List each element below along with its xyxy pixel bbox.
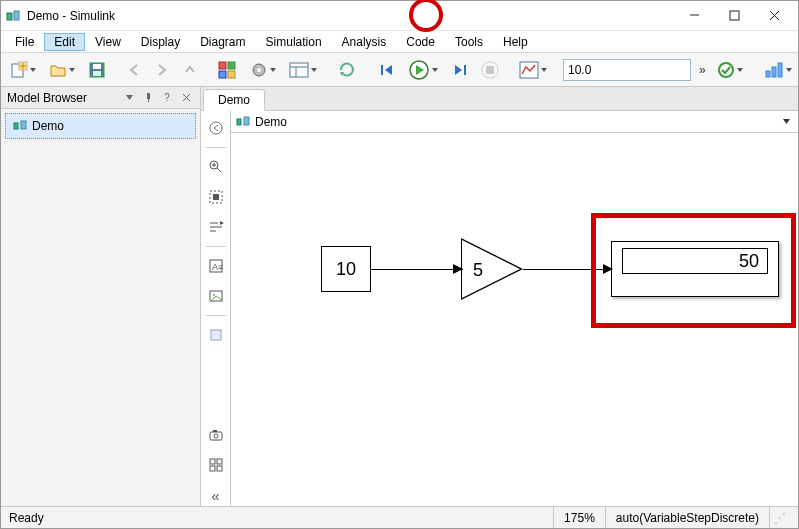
fast-restart-button[interactable] (333, 57, 363, 83)
arrowhead-icon (603, 264, 613, 274)
gain-value: 5 (473, 260, 483, 281)
open-button[interactable] (44, 57, 81, 83)
status-zoom[interactable]: 175% (553, 507, 605, 528)
svg-rect-35 (486, 66, 494, 74)
save-button[interactable] (83, 57, 111, 83)
svg-marker-31 (432, 68, 438, 72)
editor-tabs: Demo (201, 87, 798, 111)
tab-demo[interactable]: Demo (203, 89, 265, 111)
run-button[interactable] (403, 57, 444, 83)
svg-rect-73 (217, 466, 222, 471)
minimize-button[interactable] (674, 2, 714, 30)
canvas[interactable]: 10 5 50 (231, 133, 798, 506)
menu-tools[interactable]: Tools (445, 33, 493, 51)
fit-button[interactable] (205, 186, 227, 208)
svg-marker-44 (126, 95, 133, 100)
svg-marker-10 (30, 68, 36, 72)
wire-const-to-gain[interactable] (371, 269, 463, 270)
model-browser-tree[interactable]: Demo (1, 109, 200, 506)
svg-rect-41 (772, 67, 776, 77)
svg-rect-16 (228, 62, 235, 69)
svg-rect-0 (7, 13, 12, 20)
tab-label: Demo (218, 93, 250, 107)
step-back-button[interactable] (373, 57, 401, 83)
svg-rect-45 (147, 93, 150, 99)
constant-block[interactable]: 10 (321, 246, 371, 292)
close-button[interactable] (754, 2, 794, 30)
model-config-button[interactable] (245, 57, 282, 83)
panel-help-icon[interactable]: ? (159, 90, 175, 106)
svg-rect-66 (211, 330, 221, 340)
library-browser-button[interactable] (213, 57, 243, 83)
svg-rect-22 (290, 63, 308, 77)
menu-simulation[interactable]: Simulation (256, 33, 332, 51)
svg-rect-42 (778, 63, 782, 77)
svg-point-68 (214, 434, 218, 438)
menu-edit[interactable]: Edit (44, 33, 85, 51)
panel-close-icon[interactable] (178, 90, 194, 106)
menu-help[interactable]: Help (493, 33, 538, 51)
tree-item-demo[interactable]: Demo (5, 113, 196, 139)
breadcrumb-label[interactable]: Demo (255, 115, 287, 129)
svg-marker-32 (455, 65, 462, 75)
toolbar-overflow[interactable]: » (695, 63, 710, 77)
svg-rect-49 (14, 123, 18, 129)
maximize-button[interactable] (714, 2, 754, 30)
svg-line-53 (217, 168, 221, 172)
panel-pin-icon[interactable] (140, 90, 156, 106)
stop-time-input[interactable] (563, 59, 691, 81)
svg-rect-69 (213, 430, 217, 432)
new-model-button[interactable] (5, 57, 42, 83)
svg-rect-75 (244, 117, 249, 125)
show-perspectives-button[interactable] (205, 454, 227, 476)
tree-item-label: Demo (32, 119, 64, 133)
svg-rect-40 (766, 71, 770, 77)
autoarrange-button[interactable] (205, 216, 227, 238)
menu-analysis[interactable]: Analysis (332, 33, 397, 51)
title-bar: Demo - Simulink (1, 1, 798, 31)
screenshot-button[interactable] (205, 424, 227, 446)
build-button[interactable] (759, 57, 798, 83)
forward-button[interactable] (149, 57, 175, 83)
area-button[interactable] (205, 324, 227, 346)
annotation-button[interactable]: A≡ (205, 255, 227, 277)
collapse-panel-button[interactable]: « (205, 484, 227, 506)
toolbar: » (1, 53, 798, 87)
hide-browser-button[interactable] (205, 117, 227, 139)
menu-display[interactable]: Display (131, 33, 190, 51)
app-icon (5, 8, 21, 24)
update-diagram-button[interactable] (712, 57, 749, 83)
zoom-button[interactable] (205, 156, 227, 178)
svg-marker-11 (69, 68, 75, 72)
data-inspector-button[interactable] (514, 57, 553, 83)
step-forward-button[interactable] (446, 57, 474, 83)
menu-view[interactable]: View (85, 33, 131, 51)
image-button[interactable] (205, 285, 227, 307)
svg-marker-25 (311, 68, 317, 72)
menu-file[interactable]: File (5, 33, 44, 51)
constant-value: 10 (336, 259, 356, 280)
svg-text:A≡: A≡ (212, 262, 223, 272)
svg-point-65 (213, 294, 215, 296)
model-icon (12, 118, 28, 134)
menu-code[interactable]: Code (396, 33, 445, 51)
model-explorer-button[interactable] (284, 57, 323, 83)
svg-rect-33 (464, 65, 466, 75)
stop-button[interactable] (476, 57, 504, 83)
svg-rect-3 (730, 11, 739, 20)
up-button[interactable] (177, 57, 203, 83)
wire-gain-to-display[interactable] (523, 269, 611, 270)
back-button[interactable] (121, 57, 147, 83)
model-browser-title: Model Browser (7, 91, 87, 105)
menu-bar: File Edit View Display Diagram Simulatio… (1, 31, 798, 53)
status-solver[interactable]: auto(VariableStepDiscrete) (605, 507, 769, 528)
svg-rect-14 (93, 71, 101, 76)
menu-diagram[interactable]: Diagram (190, 33, 255, 51)
display-block[interactable]: 50 (611, 241, 779, 297)
svg-rect-18 (228, 71, 235, 78)
panel-menu-icon[interactable] (121, 90, 137, 106)
svg-rect-71 (217, 459, 222, 464)
crumb-dropdown-icon[interactable] (778, 114, 794, 130)
svg-marker-28 (385, 65, 392, 75)
svg-rect-1 (14, 11, 19, 20)
